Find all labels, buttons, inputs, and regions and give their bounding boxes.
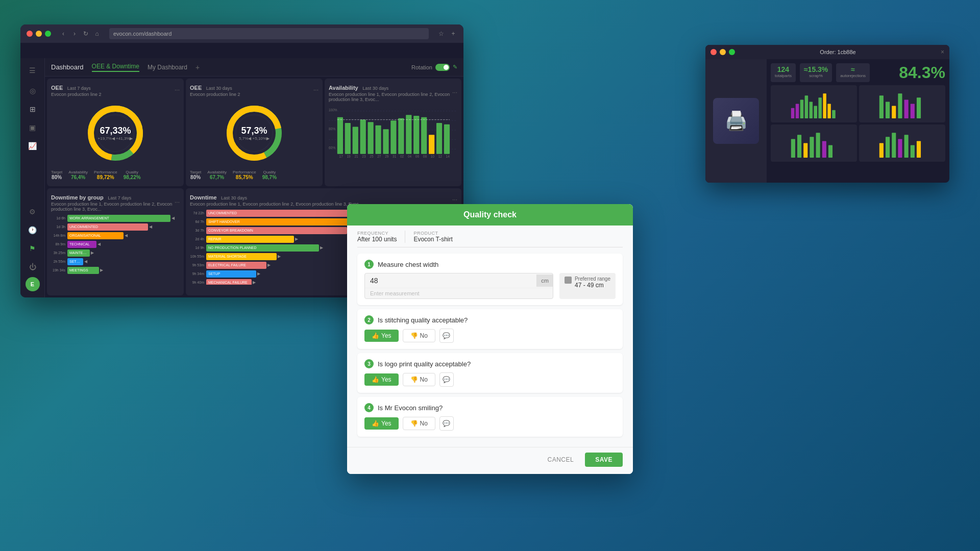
secondary-traffic-lights bbox=[710, 49, 735, 55]
rotation-label: Rotation bbox=[411, 64, 432, 70]
oee-30days-quality: Quality 98,7% bbox=[262, 170, 277, 180]
nav-reports-icon[interactable]: ▣ bbox=[24, 119, 41, 136]
dt-bar-wrap-1: WORK ARRANGEMENT ◀ bbox=[67, 215, 180, 222]
oee-30days-menu[interactable]: ··· bbox=[313, 86, 318, 93]
sec-big-number: 84.3% bbox=[899, 63, 945, 82]
oee-30days-value: 57,3% bbox=[241, 126, 267, 136]
dt-row-work-arrangement: 1d 6h WORK ARRANGEMENT ◀ bbox=[51, 215, 180, 222]
oee-7days-availability: Availability 76,4% bbox=[68, 170, 88, 180]
nav-settings-icon[interactable]: ⚙ bbox=[24, 204, 41, 220]
question-2-no-button[interactable]: 👎 No bbox=[403, 329, 435, 342]
tab-oee-downtime[interactable]: OEE & Downtime bbox=[92, 63, 139, 72]
save-button[interactable]: SAVE bbox=[585, 453, 623, 467]
mini-chart-1 bbox=[771, 85, 857, 122]
tab-add-button[interactable]: + bbox=[449, 30, 457, 38]
sec-close-button[interactable] bbox=[710, 49, 717, 55]
svg-rect-56 bbox=[832, 110, 836, 118]
nav-analytics-icon[interactable]: 📈 bbox=[24, 138, 41, 154]
svg-rect-29 bbox=[436, 123, 442, 154]
svg-rect-57 bbox=[879, 95, 884, 118]
oee-7days-title: OEE bbox=[51, 85, 63, 91]
question-3-yes-button[interactable]: 👍 Yes bbox=[364, 373, 399, 386]
user-avatar[interactable]: E bbox=[26, 277, 40, 291]
range-content: Preferred range 47 - 49 cm bbox=[575, 276, 610, 289]
question-3-no-button[interactable]: 👎 No bbox=[403, 373, 435, 386]
minimize-window-button[interactable] bbox=[36, 31, 42, 37]
downtime-30days-menu[interactable]: ··· bbox=[452, 196, 457, 203]
oee-7days-target-label: Target bbox=[51, 170, 62, 174]
oee-30days-period: Last 30 days bbox=[206, 86, 232, 91]
availability-menu[interactable]: ··· bbox=[452, 89, 457, 96]
rotation-toggle-switch[interactable] bbox=[435, 64, 450, 71]
question-3-number: 3 bbox=[364, 359, 374, 368]
dt-bar-wrap-6: SETUP ◀ bbox=[67, 258, 180, 265]
question-4-number: 4 bbox=[364, 403, 374, 412]
meta-product-value: Evocon T-shirt bbox=[413, 236, 452, 243]
svg-text:08: 08 bbox=[423, 155, 427, 158]
nav-flag-icon[interactable]: ⚑ bbox=[24, 240, 41, 257]
secondary-close-icon[interactable]: × bbox=[941, 48, 944, 56]
oee-7days-avail-label: Availability bbox=[68, 170, 88, 174]
svg-text:17: 17 bbox=[339, 155, 344, 158]
thumbs-up-icon-4: 👍 bbox=[372, 420, 379, 427]
dt30-bar-label-8: SETUP bbox=[208, 272, 220, 276]
question-4-comment-button[interactable]: 💬 bbox=[439, 416, 454, 431]
back-button[interactable]: ‹ bbox=[59, 30, 67, 38]
svg-rect-76 bbox=[911, 145, 915, 158]
reload-button[interactable]: ↻ bbox=[82, 30, 90, 38]
svg-rect-23 bbox=[390, 120, 396, 154]
nav-power-icon[interactable]: ⏻ bbox=[24, 259, 41, 275]
nav-menu-icon[interactable]: ☰ bbox=[24, 62, 41, 79]
browser-nav-controls: ‹ › ↻ ⌂ bbox=[59, 30, 101, 38]
range-icon bbox=[565, 277, 572, 284]
sec-minimize-button[interactable] bbox=[720, 49, 726, 55]
svg-rect-20 bbox=[368, 122, 374, 154]
oee-30days-donut-container: 57,3% 5,7%◀ +5,10%▶ bbox=[190, 99, 318, 168]
secondary-window-header: Order: 1cb88e × bbox=[705, 45, 949, 59]
modal-header: Quality check bbox=[347, 204, 633, 226]
nav-realtime-icon[interactable]: ◎ bbox=[24, 83, 41, 99]
svg-rect-77 bbox=[917, 141, 921, 158]
svg-rect-51 bbox=[810, 102, 813, 118]
address-bar[interactable]: evocon.com/dashboard bbox=[109, 28, 429, 39]
svg-rect-61 bbox=[904, 99, 909, 118]
dt-bar-label-1: WORK ARRANGEMENT bbox=[69, 216, 109, 220]
nav-dashboard-icon[interactable]: ⊞ bbox=[24, 101, 41, 117]
bookmark-button[interactable]: ☆ bbox=[437, 30, 445, 38]
dt-bar-label-7: MEETINGS bbox=[69, 268, 88, 272]
question-2-no-label: No bbox=[420, 332, 428, 339]
product-image: 🖨️ bbox=[713, 98, 759, 144]
edit-dashboard-icon[interactable]: ✎ bbox=[453, 64, 457, 70]
question-2-yes-button[interactable]: 👍 Yes bbox=[364, 330, 399, 342]
dt-label-7: 19h 34s bbox=[51, 268, 65, 272]
downtime-7days-menu[interactable]: ··· bbox=[175, 198, 180, 206]
question-2-comment-button[interactable]: 💬 bbox=[439, 329, 454, 343]
cancel-button[interactable]: CANCEL bbox=[542, 453, 580, 466]
oee-7days-menu[interactable]: ··· bbox=[175, 86, 180, 93]
dt30-bar-5: NO PRODUCTION PLANNED bbox=[206, 244, 319, 252]
downtime-7days-period: Last 7 days bbox=[108, 195, 131, 201]
oee-7days-performance: Performance 89,72% bbox=[94, 170, 117, 180]
svg-text:14: 14 bbox=[446, 155, 450, 158]
svg-rect-52 bbox=[814, 106, 818, 118]
dt30-bar-label-7: ELECTRICAL FAILURE bbox=[208, 263, 246, 267]
home-button[interactable]: ⌂ bbox=[93, 30, 101, 38]
add-tab-button[interactable]: + bbox=[195, 63, 200, 71]
nav-history-icon[interactable]: 🕐 bbox=[24, 222, 41, 238]
question-3-comment-button[interactable]: 💬 bbox=[439, 372, 454, 387]
thumbs-up-icon: 👍 bbox=[372, 332, 379, 339]
question-4-yes-button[interactable]: 👍 Yes bbox=[364, 417, 399, 430]
sec-maximize-button[interactable] bbox=[729, 49, 735, 55]
question-4-no-button[interactable]: 👎 No bbox=[403, 417, 435, 430]
forward-button[interactable]: › bbox=[70, 30, 79, 38]
downtime-7days-bars: 1d 6h WORK ARRANGEMENT ◀ 1d 3h UNCOM bbox=[51, 214, 180, 290]
dt30-bar-4: REPAIR bbox=[206, 236, 294, 243]
mini-chart-1-svg bbox=[773, 87, 855, 120]
close-window-button[interactable] bbox=[27, 31, 33, 37]
tab-my-dashboard[interactable]: My Dashboard bbox=[148, 64, 187, 71]
svg-rect-71 bbox=[879, 143, 884, 158]
svg-rect-73 bbox=[892, 133, 896, 158]
availability-card: Availability Last 30 days Evocon product… bbox=[325, 79, 461, 186]
svg-rect-54 bbox=[823, 93, 826, 118]
maximize-window-button[interactable] bbox=[45, 31, 51, 37]
